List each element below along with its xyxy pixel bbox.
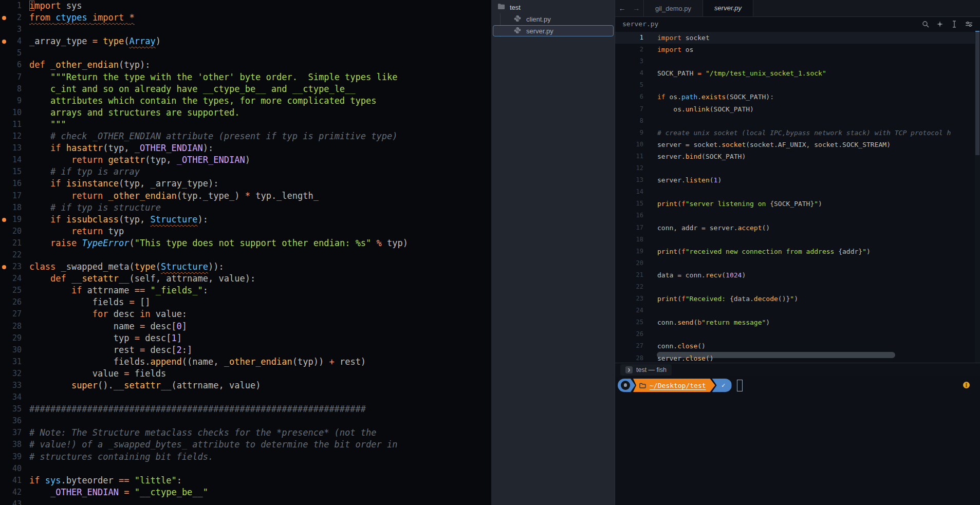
code-line[interactable]: 11server.bind(SOCK_PATH) — [615, 151, 980, 162]
terminal-tab[interactable]: ❯ test — fish — [620, 364, 672, 376]
code-line[interactable]: 14 — [615, 186, 980, 198]
code-line[interactable]: 21data = conn.recv(1024) — [615, 269, 980, 281]
code-line[interactable]: 1import sys — [0, 0, 491, 12]
code-line[interactable]: 4SOCK_PATH = "/tmp/test_unix_socket_1.so… — [615, 67, 980, 79]
code-line[interactable]: 40 — [0, 463, 491, 475]
left-editor-pane[interactable]: 1import sys2from ctypes import *34_array… — [0, 0, 492, 505]
search-icon[interactable] — [922, 21, 929, 28]
code-line[interactable]: 21 raise TypeError("This type does not s… — [0, 237, 491, 249]
code-text: if issubclass(typ, Structure): — [29, 214, 208, 226]
right-code-lines[interactable]: 1import socket2import os34SOCK_PATH = "/… — [615, 32, 980, 363]
code-line[interactable]: 42 _OTHER_ENDIAN = "__ctype_be__" — [0, 487, 491, 498]
code-line[interactable]: 24 — [615, 305, 980, 316]
code-line[interactable]: 35######################################… — [0, 403, 491, 415]
editor-settings-icon[interactable] — [965, 21, 973, 28]
code-line[interactable]: 26 fields = [] — [0, 296, 491, 308]
vertical-scrollbar-thumb[interactable] — [975, 32, 979, 155]
code-line[interactable]: 9 attributes which contain the types, fo… — [0, 95, 491, 107]
code-line[interactable]: 6if os.path.exists(SOCK_PATH): — [615, 91, 980, 103]
code-line[interactable]: 24 def __setattr__(self, attrname, value… — [0, 273, 491, 285]
code-line[interactable]: 43 — [0, 498, 491, 505]
code-line[interactable]: 16 — [615, 210, 980, 221]
code-line[interactable]: 12 # check _OTHER_ENDIAN attribute (pres… — [0, 130, 491, 142]
right-editor-buffer[interactable]: 1import socket2import os34SOCK_PATH = "/… — [615, 31, 980, 363]
code-line[interactable]: 8 — [615, 115, 980, 127]
code-line[interactable]: 10 arrays and structures are supported. — [0, 107, 491, 119]
os-icon — [621, 381, 630, 390]
code-line[interactable]: 19 if issubclass(typ, Structure): — [0, 214, 491, 226]
code-line[interactable]: 13 if hasattr(typ, _OTHER_ENDIAN): — [0, 142, 491, 154]
nav-back-button[interactable]: ← — [619, 4, 626, 12]
code-line[interactable]: 3 — [615, 55, 980, 67]
code-line[interactable]: 27 for desc in value: — [0, 308, 491, 320]
tree-item-folder-test[interactable]: test — [493, 2, 614, 13]
code-text: """Return the type with the 'other' byte… — [29, 71, 397, 83]
code-line[interactable]: 23class _swapped_meta(type(Structure)): — [0, 261, 491, 273]
code-line[interactable]: 25 if attrname == "_fields_": — [0, 285, 491, 296]
line-number: 3 — [7, 24, 22, 35]
code-line[interactable]: 15 # if typ is array — [0, 166, 491, 178]
code-line[interactable]: 23print(f"Received: {data.decode()}") — [615, 293, 980, 305]
breadcrumb[interactable]: server.py — [622, 20, 658, 28]
code-line[interactable]: 17conn, addr = server.accept() — [615, 222, 980, 234]
left-code-buffer[interactable]: 1import sys2from ctypes import *34_array… — [0, 0, 491, 505]
inline-assist-sparkle-icon[interactable] — [936, 21, 944, 28]
code-line[interactable]: 3 — [0, 24, 491, 35]
code-line[interactable]: 22 — [615, 281, 980, 293]
code-line[interactable]: 19print(f"received new connection from a… — [615, 246, 980, 257]
code-line[interactable]: 5 — [615, 79, 980, 91]
tab-server.py[interactable]: server.py — [703, 0, 753, 16]
code-line[interactable]: 32 value = fields — [0, 368, 491, 380]
code-line[interactable]: 2import os — [615, 44, 980, 55]
code-line[interactable]: 1import socket — [615, 32, 980, 44]
line-number: 37 — [7, 427, 22, 439]
code-line[interactable]: 27conn.close() — [615, 340, 980, 352]
code-line[interactable]: 4_array_type = type(Array) — [0, 35, 491, 47]
code-line[interactable]: 20 — [615, 257, 980, 269]
terminal-panel[interactable]: ❯ test — fish ~/Desktop/test ✓ — [615, 363, 980, 505]
code-line[interactable]: 33 super().__setattr__(attrname, value) — [0, 380, 491, 391]
code-line[interactable]: 22 — [0, 249, 491, 261]
code-line[interactable]: 18 — [615, 234, 980, 246]
code-line[interactable]: 7 """Return the type with the 'other' by… — [0, 71, 491, 83]
code-line[interactable]: 18 # if typ is structure — [0, 202, 491, 214]
code-line[interactable]: 7 os.unlink(SOCK_PATH) — [615, 103, 980, 115]
tree-item-file-server.py[interactable]: server.py — [493, 25, 614, 36]
gutter-spacer — [0, 487, 7, 498]
gutter-spacer — [0, 296, 7, 308]
code-line[interactable]: 28 name = desc[0] — [0, 321, 491, 332]
code-line[interactable]: 6def _other_endian(typ): — [0, 59, 491, 71]
code-line[interactable]: 31 fields.append((name, _other_endian(ty… — [0, 356, 491, 368]
code-line[interactable]: 14 return getattr(typ, _OTHER_ENDIAN) — [0, 154, 491, 166]
code-line[interactable]: 26 — [615, 328, 980, 340]
code-line[interactable]: 29 typ = desc[1] — [0, 332, 491, 344]
code-line[interactable]: 11 """ — [0, 119, 491, 130]
nav-forward-button[interactable]: → — [633, 4, 640, 12]
code-line[interactable]: 20 return typ — [0, 226, 491, 237]
tab-gil_demo.py[interactable]: gil_demo.py — [644, 0, 703, 16]
code-line[interactable]: 10server = socket.socket(socket.AF_UNIX,… — [615, 139, 980, 151]
code-line[interactable]: 16 if isinstance(typ, _array_type): — [0, 178, 491, 190]
code-line[interactable]: 30 rest = desc[2:] — [0, 344, 491, 356]
code-line[interactable]: 34 — [0, 391, 491, 403]
code-line[interactable]: 2from ctypes import * — [0, 12, 491, 24]
code-line[interactable]: 38# value!) of a _swapped_bytes_ attribu… — [0, 439, 491, 451]
code-line[interactable]: 8 c_int and so on already have __ctype_b… — [0, 83, 491, 95]
code-line[interactable]: 41if sys.byteorder == "little": — [0, 475, 491, 487]
terminal-prompt[interactable]: ~/Desktop/test ✓ — [615, 378, 980, 392]
code-line[interactable]: 9# create unix socket (local IPC,bypass … — [615, 127, 980, 139]
code-line[interactable]: 37# Note: The Structure metaclass checks… — [0, 427, 491, 439]
code-line[interactable]: 39# structures containing bit fields. — [0, 451, 491, 463]
vertical-scrollbar-track[interactable] — [975, 31, 980, 363]
code-line[interactable]: 17 return _other_endian(typ._type_) * ty… — [0, 190, 491, 202]
code-line[interactable]: 5 — [0, 47, 491, 59]
code-line[interactable]: 36 — [0, 415, 491, 427]
code-line[interactable]: 15print(f"server listening on {SOCK_PATH… — [615, 198, 980, 210]
tree-item-file-client.py[interactable]: client.py — [493, 13, 614, 25]
code-line[interactable]: 13server.listen(1) — [615, 174, 980, 186]
line-number: 26 — [7, 296, 22, 308]
cursor-ibeam-icon[interactable] — [951, 21, 958, 28]
code-line[interactable]: 28server.close() — [615, 352, 980, 363]
code-line[interactable]: 25conn.send(b"return message") — [615, 316, 980, 328]
code-line[interactable]: 12 — [615, 162, 980, 174]
